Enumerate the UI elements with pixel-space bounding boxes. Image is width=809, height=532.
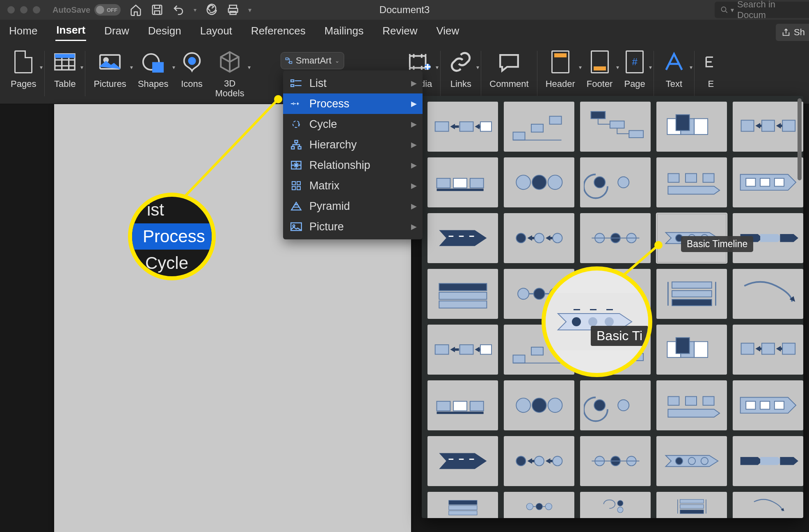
- gallery-scrollbar[interactable]: [798, 98, 802, 516]
- gallery-thumbnail[interactable]: [504, 380, 574, 430]
- gallery-thumbnail[interactable]: [504, 157, 574, 207]
- gallery-thumbnail[interactable]: [733, 157, 803, 207]
- share-button[interactable]: Sh: [776, 24, 809, 41]
- gallery-thumbnail[interactable]: [733, 325, 803, 375]
- gallery-thumbnail[interactable]: [733, 436, 803, 486]
- gallery-thumbnail[interactable]: [656, 492, 727, 518]
- menu-item-list[interactable]: List ▶: [283, 73, 423, 93]
- ribbon-group-page-number[interactable]: # Page ▾: [618, 43, 651, 104]
- menu-item-process[interactable]: Process ▶: [283, 93, 423, 114]
- ribbon-group-icons[interactable]: Icons: [174, 43, 210, 104]
- gallery-thumbnail[interactable]: [427, 325, 498, 375]
- menu-item-relationship[interactable]: Relationship ▶: [283, 155, 423, 175]
- gallery-thumbnail[interactable]: [427, 492, 498, 518]
- gallery-thumbnail[interactable]: [580, 492, 651, 518]
- gallery-thumbnail[interactable]: [580, 380, 651, 430]
- gallery-thumbnail[interactable]: [580, 213, 651, 263]
- menu-item-hierarchy[interactable]: Hierarchy ▶: [283, 134, 423, 155]
- svg-rect-21: [298, 147, 301, 149]
- ribbon-group-footer[interactable]: Footer ▾: [581, 43, 619, 104]
- gallery-thumbnail[interactable]: [733, 102, 803, 152]
- pictures-icon: [98, 50, 122, 74]
- scrollbar-thumb[interactable]: [798, 98, 802, 180]
- qat-customize-icon[interactable]: ▾: [248, 6, 251, 14]
- redo-icon[interactable]: [206, 4, 218, 16]
- submenu-arrow-icon: ▶: [411, 202, 417, 211]
- tab-references[interactable]: References: [250, 23, 306, 41]
- zoom-traffic-icon[interactable]: [33, 6, 40, 14]
- svg-point-141: [572, 317, 581, 326]
- chevron-down-icon[interactable]: ▾: [649, 64, 652, 70]
- tab-view[interactable]: View: [435, 23, 460, 41]
- chevron-down-icon[interactable]: ▾: [690, 64, 692, 70]
- smartart-dropdown-button[interactable]: SmartArt ⌄: [281, 52, 344, 69]
- autosave-label: AutoSave: [53, 5, 90, 15]
- tab-design[interactable]: Design: [147, 23, 182, 41]
- chevron-down-icon[interactable]: ▾: [40, 64, 43, 70]
- menu-item-cycle[interactable]: Cycle ▶: [283, 114, 423, 134]
- close-traffic-icon[interactable]: [7, 6, 15, 14]
- gallery-thumbnail[interactable]: [427, 436, 498, 486]
- svg-rect-108: [668, 397, 679, 405]
- save-icon[interactable]: [151, 4, 163, 16]
- menu-item-picture[interactable]: Picture ▶: [283, 216, 423, 237]
- tab-review[interactable]: Review: [382, 23, 418, 41]
- gallery-thumbnail[interactable]: [733, 492, 803, 518]
- gallery-thumbnail[interactable]: [427, 213, 498, 263]
- ribbon-group-pictures[interactable]: Pictures ▾: [88, 43, 132, 104]
- gallery-thumbnail[interactable]: [656, 269, 727, 319]
- gallery-thumbnail[interactable]: [427, 380, 498, 430]
- tab-draw[interactable]: Draw: [103, 23, 130, 41]
- gallery-thumbnail[interactable]: [656, 436, 727, 486]
- gallery-thumbnail[interactable]: [427, 269, 498, 319]
- autosave-switch[interactable]: OFF: [94, 4, 121, 16]
- ribbon-group-comment[interactable]: Comment: [484, 43, 534, 104]
- chevron-down-icon[interactable]: ▾: [436, 64, 439, 70]
- search-chevron-icon[interactable]: ▾: [731, 6, 734, 14]
- ribbon-group-equation[interactable]: E: [697, 43, 719, 104]
- search-input[interactable]: ▾ Search in Docum: [715, 2, 809, 18]
- ribbon-group-header[interactable]: Header ▾: [540, 43, 581, 104]
- gallery-thumbnail[interactable]: [733, 380, 803, 430]
- text-icon: [662, 50, 686, 74]
- ribbon-group-shapes[interactable]: Shapes ▾: [132, 43, 174, 104]
- window-controls[interactable]: [0, 6, 40, 14]
- undo-chevron-icon[interactable]: ▾: [194, 7, 197, 13]
- tab-insert[interactable]: Insert: [55, 22, 86, 41]
- undo-icon[interactable]: [172, 4, 185, 16]
- gallery-thumbnail[interactable]: [656, 102, 727, 152]
- gallery-thumbnail[interactable]: [504, 102, 574, 152]
- ribbon-group-3d-models[interactable]: 3DModels ▾: [210, 43, 250, 104]
- ribbon-group-table[interactable]: Table ▾: [47, 43, 82, 104]
- tab-layout[interactable]: Layout: [199, 23, 233, 41]
- smartart-icon: [285, 57, 293, 64]
- autosave-toggle[interactable]: AutoSave OFF: [53, 4, 121, 16]
- gallery-thumbnail[interactable]: [656, 157, 727, 207]
- gallery-thumbnail[interactable]: [504, 492, 574, 518]
- ribbon-group-pages[interactable]: Pages ▾: [5, 43, 42, 104]
- tab-home[interactable]: Home: [8, 23, 38, 41]
- zoom-tooltip: Basic Ti: [591, 326, 648, 346]
- gallery-thumbnail[interactable]: [504, 436, 574, 486]
- gallery-thumbnail[interactable]: [656, 380, 727, 430]
- gallery-thumbnail[interactable]: [580, 102, 651, 152]
- gallery-thumbnail[interactable]: [656, 325, 727, 375]
- chevron-down-icon[interactable]: ▾: [248, 64, 251, 70]
- gallery-thumbnail[interactable]: [580, 157, 651, 207]
- gallery-thumbnail[interactable]: [427, 157, 498, 207]
- minimize-traffic-icon[interactable]: [20, 6, 27, 14]
- tab-mailings[interactable]: Mailings: [324, 23, 364, 41]
- home-icon[interactable]: [130, 4, 142, 16]
- menu-item-matrix[interactable]: Matrix ▶: [283, 175, 423, 196]
- gallery-thumbnail[interactable]: [580, 436, 651, 486]
- gallery-thumbnail[interactable]: [427, 102, 498, 152]
- ribbon-group-text[interactable]: Text ▾: [656, 43, 692, 104]
- menu-item-pyramid[interactable]: Pyramid ▶: [283, 196, 423, 216]
- print-icon[interactable]: [227, 4, 239, 16]
- chevron-down-icon[interactable]: ▾: [80, 64, 83, 70]
- gallery-thumbnail[interactable]: [733, 269, 803, 319]
- ribbon-group-links[interactable]: Links ▾: [443, 43, 478, 104]
- cycle-icon: [290, 119, 302, 129]
- gallery-thumbnail[interactable]: [504, 213, 574, 263]
- chevron-down-icon[interactable]: ▾: [476, 64, 479, 70]
